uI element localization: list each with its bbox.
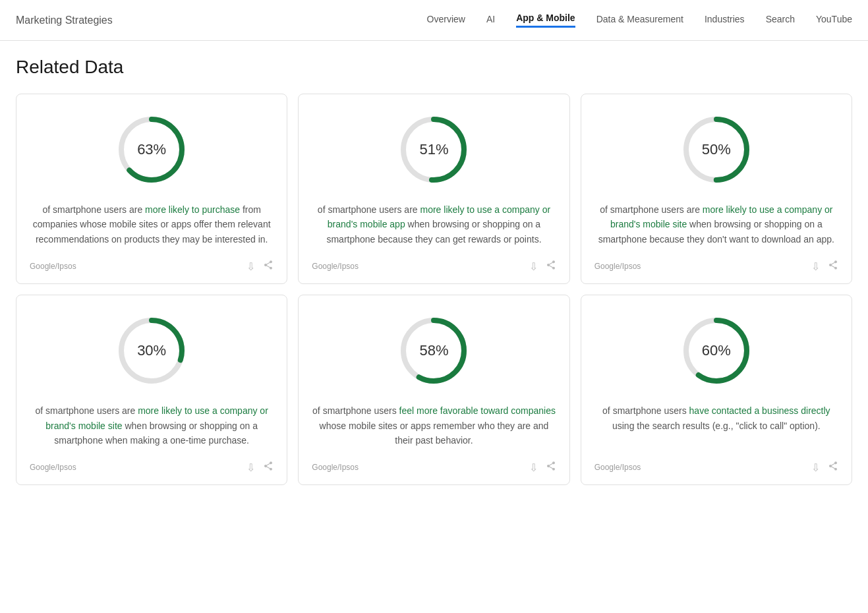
card-footer: Google/Ipsos⇩: [594, 260, 838, 273]
main-content: Related Data 63%of smartphone users are …: [0, 41, 868, 506]
card-actions: ⇩: [811, 461, 838, 474]
card-footer: Google/Ipsos⇩: [30, 461, 274, 474]
card-actions: ⇩: [246, 461, 274, 474]
section-title: Related Data: [16, 57, 852, 78]
data-card-card-4: 30%of smartphone users are more likely t…: [16, 295, 287, 485]
card-description: of smartphone users are more likely to u…: [312, 202, 556, 247]
nav-item-search[interactable]: Search: [766, 14, 795, 27]
donut-chart: 51%: [394, 110, 473, 189]
card-footer: Google/Ipsos⇩: [312, 461, 556, 474]
card-description: of smartphone users have contacted a bus…: [594, 403, 838, 448]
card-source: Google/Ipsos: [312, 262, 359, 271]
download-icon[interactable]: ⇩: [529, 461, 538, 474]
nav-item-industries[interactable]: Industries: [705, 14, 745, 27]
donut-label: 50%: [702, 141, 731, 158]
card-footer: Google/Ipsos⇩: [594, 461, 838, 474]
card-highlight: have contacted a business directly: [689, 405, 830, 416]
nav-item-overview[interactable]: Overview: [427, 14, 465, 27]
donut-label: 63%: [137, 141, 166, 158]
card-source: Google/Ipsos: [312, 463, 359, 472]
nav-item-app---mobile[interactable]: App & Mobile: [516, 13, 575, 28]
card-source: Google/Ipsos: [30, 463, 76, 472]
data-card-card-6: 60%of smartphone users have contacted a …: [581, 295, 852, 485]
header: Marketing Strategies OverviewAIApp & Mob…: [0, 0, 868, 41]
donut-chart: 63%: [112, 110, 191, 189]
share-icon[interactable]: [828, 260, 838, 273]
card-highlight: more likely to use a company or brand's …: [610, 204, 833, 229]
donut-label: 58%: [419, 342, 448, 359]
data-card-card-5: 58%of smartphone users feel more favorab…: [298, 295, 569, 485]
card-highlight: more likely to use a company or brand's …: [45, 405, 268, 430]
data-card-card-1: 63%of smartphone users are more likely t…: [16, 94, 287, 284]
card-footer: Google/Ipsos⇩: [312, 260, 556, 273]
donut-chart: 50%: [677, 110, 756, 189]
card-actions: ⇩: [811, 260, 838, 273]
download-icon[interactable]: ⇩: [246, 461, 255, 474]
card-source: Google/Ipsos: [30, 262, 76, 271]
nav-item-ai[interactable]: AI: [486, 14, 495, 27]
card-highlight: feel more favorable toward companies: [399, 405, 556, 416]
nav-item-youtube[interactable]: YouTube: [816, 14, 852, 27]
main-nav: OverviewAIApp & MobileData & Measurement…: [427, 13, 852, 28]
download-icon[interactable]: ⇩: [811, 260, 820, 273]
share-icon[interactable]: [263, 260, 274, 273]
download-icon[interactable]: ⇩: [811, 461, 820, 474]
data-card-card-3: 50%of smartphone users are more likely t…: [581, 94, 852, 284]
donut-chart: 30%: [112, 311, 191, 390]
card-description: of smartphone users feel more favorable …: [312, 403, 556, 448]
download-icon[interactable]: ⇩: [246, 260, 255, 273]
card-actions: ⇩: [529, 461, 556, 474]
share-icon[interactable]: [546, 260, 556, 273]
card-description: of smartphone users are more likely to p…: [30, 202, 274, 247]
donut-label: 51%: [419, 141, 448, 158]
donut-label: 60%: [702, 342, 731, 359]
card-source: Google/Ipsos: [594, 463, 641, 472]
card-actions: ⇩: [529, 260, 556, 273]
donut-label: 30%: [137, 342, 166, 359]
card-highlight: more likely to use a company or brand's …: [328, 204, 550, 229]
card-description: of smartphone users are more likely to u…: [30, 403, 274, 448]
app-title: Marketing Strategies: [16, 15, 113, 26]
donut-chart: 60%: [677, 311, 756, 390]
card-highlight: more likely to purchase: [145, 204, 240, 215]
card-footer: Google/Ipsos⇩: [30, 260, 274, 273]
data-card-card-2: 51%of smartphone users are more likely t…: [298, 94, 569, 284]
share-icon[interactable]: [828, 461, 838, 474]
share-icon[interactable]: [263, 461, 274, 474]
cards-grid: 63%of smartphone users are more likely t…: [16, 94, 852, 485]
card-actions: ⇩: [246, 260, 274, 273]
donut-chart: 58%: [394, 311, 473, 390]
card-description: of smartphone users are more likely to u…: [594, 202, 838, 247]
download-icon[interactable]: ⇩: [529, 260, 538, 273]
nav-item-data---measurement[interactable]: Data & Measurement: [596, 14, 683, 27]
share-icon[interactable]: [546, 461, 556, 474]
card-source: Google/Ipsos: [594, 262, 641, 271]
